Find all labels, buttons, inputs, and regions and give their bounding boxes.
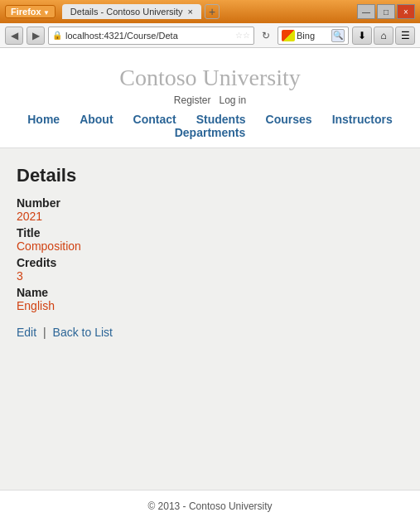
field-name-label: Name bbox=[17, 286, 403, 299]
home-button[interactable]: ⌂ bbox=[374, 27, 393, 45]
site-footer: © 2013 - Contoso University bbox=[0, 490, 420, 522]
nav-contact[interactable]: Contact bbox=[123, 113, 186, 126]
browser-window: Firefox Details - Contoso University × +… bbox=[0, 0, 420, 522]
browser-logo[interactable]: Firefox bbox=[5, 5, 56, 18]
address-bar[interactable]: 🔒 localhost:4321/Course/Deta ☆☆ bbox=[48, 27, 254, 45]
field-title-label: Title bbox=[17, 226, 403, 239]
search-button[interactable]: 🔍 bbox=[331, 29, 345, 42]
nav-students[interactable]: Students bbox=[186, 113, 256, 126]
minimize-button[interactable]: — bbox=[357, 4, 375, 19]
site-title: Contoso University bbox=[0, 65, 420, 91]
refresh-button[interactable]: ↻ bbox=[258, 27, 274, 44]
nav-icons: ⬇ ⌂ ☰ bbox=[352, 27, 415, 45]
maximize-button[interactable]: □ bbox=[377, 4, 395, 19]
menu-button[interactable]: ☰ bbox=[395, 27, 415, 45]
forward-button[interactable]: ▶ bbox=[27, 27, 45, 45]
new-tab-button[interactable]: + bbox=[205, 4, 220, 19]
site-nav: Home About Contact Students Courses Inst… bbox=[0, 113, 420, 139]
nav-home[interactable]: Home bbox=[17, 113, 70, 126]
close-button[interactable]: × bbox=[397, 4, 415, 19]
active-tab[interactable]: Details - Contoso University × bbox=[62, 4, 201, 19]
link-separator: | bbox=[43, 326, 46, 339]
navigation-bar: ◀ ▶ 🔒 localhost:4321/Course/Deta ☆☆ ↻ Bi… bbox=[0, 23, 420, 48]
field-credits-value: 3 bbox=[17, 269, 403, 283]
back-button[interactable]: ◀ bbox=[5, 27, 23, 45]
site-header: Contoso University Register Log in Home … bbox=[0, 48, 420, 148]
field-number-label: Number bbox=[17, 196, 403, 210]
edit-link[interactable]: Edit bbox=[17, 326, 36, 339]
page-heading: Details bbox=[17, 165, 403, 186]
bing-logo bbox=[282, 30, 295, 41]
nav-departments[interactable]: Departments bbox=[165, 126, 256, 139]
nav-about[interactable]: About bbox=[70, 113, 123, 126]
lock-icon: 🔒 bbox=[52, 31, 62, 40]
tab-title: Details - Contoso University bbox=[70, 7, 183, 17]
login-link[interactable]: Log in bbox=[220, 94, 247, 106]
window-controls: — □ × bbox=[357, 4, 415, 19]
search-box[interactable]: Bing 🔍 bbox=[278, 27, 349, 45]
tab-close-icon[interactable]: × bbox=[188, 7, 193, 17]
search-input[interactable]: Bing bbox=[297, 31, 330, 41]
field-number-value: 2021 bbox=[17, 210, 403, 223]
action-links: Edit | Back to List bbox=[17, 326, 403, 339]
main-content: Details Number 2021 Title Composition Cr… bbox=[0, 148, 420, 490]
titlebar: Firefox Details - Contoso University × +… bbox=[0, 0, 420, 23]
field-credits-label: Credits bbox=[17, 256, 403, 269]
nav-instructors[interactable]: Instructors bbox=[322, 113, 403, 126]
page-content: Contoso University Register Log in Home … bbox=[0, 48, 420, 522]
address-text: localhost:4321/Course/Deta bbox=[65, 31, 234, 41]
field-title-value: Composition bbox=[17, 239, 403, 253]
nav-courses[interactable]: Courses bbox=[256, 113, 322, 126]
register-link[interactable]: Register bbox=[174, 94, 211, 106]
footer-text: © 2013 - Contoso University bbox=[147, 500, 272, 512]
bookmark-icon: ☆☆ bbox=[235, 31, 250, 40]
field-name-value: English bbox=[17, 299, 403, 312]
download-button[interactable]: ⬇ bbox=[352, 27, 372, 45]
back-to-list-link[interactable]: Back to List bbox=[53, 326, 113, 339]
site-auth: Register Log in bbox=[0, 94, 420, 106]
